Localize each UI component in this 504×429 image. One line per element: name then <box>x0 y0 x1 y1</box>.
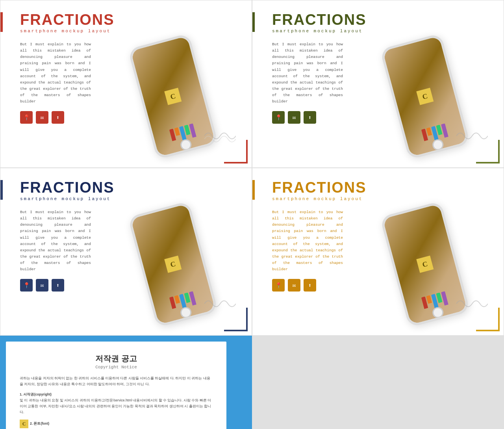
copyright-title-en: Copyright Notice <box>20 365 213 370</box>
panel-title-red: FRACTIONS <box>20 12 240 27</box>
panel-icons-red: 📍 ✉ ⬆ <box>20 111 91 124</box>
panel-red: FRACTIONS smartphone mockup layout But I… <box>0 0 252 168</box>
c-logo-3: C <box>164 256 182 273</box>
corner-decor-orange <box>476 308 500 331</box>
panel-title-orange: FRACTIONS <box>272 180 492 195</box>
panel-icons-olive: 📍 ✉ ⬆ <box>272 111 343 124</box>
panel-subtitle-navy: smartphone mockup layout <box>20 197 240 201</box>
copyright-intro: 귀하는 내용을 저자의 허락이 없는 한 귀하의 서비스를 이용하여 다른 사람… <box>20 375 213 388</box>
phone-screen-3: C <box>131 204 215 325</box>
email-icon-navy[interactable]: ✉ <box>36 279 48 292</box>
phone-screen: C <box>131 36 215 157</box>
panel-desc-olive: But I must explain to you how all this m… <box>272 41 343 105</box>
title-bar-orange <box>252 180 255 200</box>
c-logo-2: C <box>416 88 434 105</box>
panel-orange: FRACTIONS smartphone mockup layout But I… <box>252 168 504 336</box>
copyright-body: 귀하는 내용을 저자의 허락이 없는 한 귀하의 서비스를 이용하여 다른 사람… <box>20 375 213 429</box>
copyright-s1-title: 1. 서작권(copyright) <box>20 392 213 397</box>
phone-area-olive: C <box>343 41 492 156</box>
corner-decor-red <box>224 140 248 163</box>
panel-subtitle-orange: smartphone mockup layout <box>272 197 492 201</box>
panel-subtitle-red: smartphone mockup layout <box>20 29 240 33</box>
gray-area <box>252 336 504 429</box>
copyright-s1: 및 이 귀하는 내용의 요청 및 서비스의 귀하의 이용하고/전문/servic… <box>20 397 213 416</box>
c-logo-4: C <box>416 256 434 273</box>
phone-area-orange: C <box>343 209 492 323</box>
location-icon-red[interactable]: 📍 <box>20 111 33 124</box>
phone-screen-4: C <box>383 204 467 325</box>
location-icon-olive[interactable]: 📍 <box>272 111 285 124</box>
phone-area-red: C <box>91 41 240 156</box>
corner-decor-navy <box>224 308 248 331</box>
phone-screen-2: C <box>383 36 467 157</box>
email-icon-olive[interactable]: ✉ <box>288 111 300 124</box>
copyright-s2-title: C2. 폰트(font) <box>20 420 213 428</box>
c-logo: C <box>164 88 182 105</box>
panel-desc-red: But I must explain to you how all this m… <box>20 41 91 105</box>
panel-olive: FRACTIONS smartphone mockup layout But I… <box>252 0 504 168</box>
email-icon-red[interactable]: ✉ <box>36 111 48 124</box>
panel-subtitle-olive: smartphone mockup layout <box>272 29 492 33</box>
copyright-card: 저작권 공고 Copyright Notice 귀하는 내용을 저자의 허락이 … <box>6 342 226 429</box>
panel-title-navy: FRACTIONS <box>20 180 240 195</box>
panel-title-olive: FRACTIONS <box>272 12 492 27</box>
bottom-row: 저작권 공고 Copyright Notice 귀하는 내용을 저자의 허락이 … <box>0 336 504 429</box>
panel-icons-navy: 📍 ✉ ⬆ <box>20 279 91 292</box>
panel-desc-navy: But I must explain to you how all this m… <box>20 209 91 273</box>
share-icon-olive[interactable]: ⬆ <box>304 111 316 124</box>
title-bar-olive <box>252 12 255 32</box>
share-icon-orange[interactable]: ⬆ <box>304 279 316 292</box>
panel-icons-orange: 📍 ✉ ⬆ <box>272 279 343 292</box>
title-bar-red <box>0 12 3 32</box>
c-logo-small: C <box>20 420 28 428</box>
panel-desc-orange: But I must explain to you how all this m… <box>272 209 343 273</box>
share-icon-navy[interactable]: ⬆ <box>52 279 64 292</box>
email-icon-orange[interactable]: ✉ <box>288 279 300 292</box>
panel-navy: FRACTIONS smartphone mockup layout But I… <box>0 168 252 336</box>
copyright-title-kr: 저작권 공고 <box>20 353 213 364</box>
title-bar-navy <box>0 180 3 200</box>
share-icon-red[interactable]: ⬆ <box>52 111 64 124</box>
corner-decor-olive <box>476 140 500 163</box>
location-icon-navy[interactable]: 📍 <box>20 279 33 292</box>
phone-area-navy: C <box>91 209 240 323</box>
copyright-section: 저작권 공고 Copyright Notice 귀하는 내용을 저자의 허락이 … <box>0 336 252 429</box>
location-icon-orange[interactable]: 📍 <box>272 279 285 292</box>
